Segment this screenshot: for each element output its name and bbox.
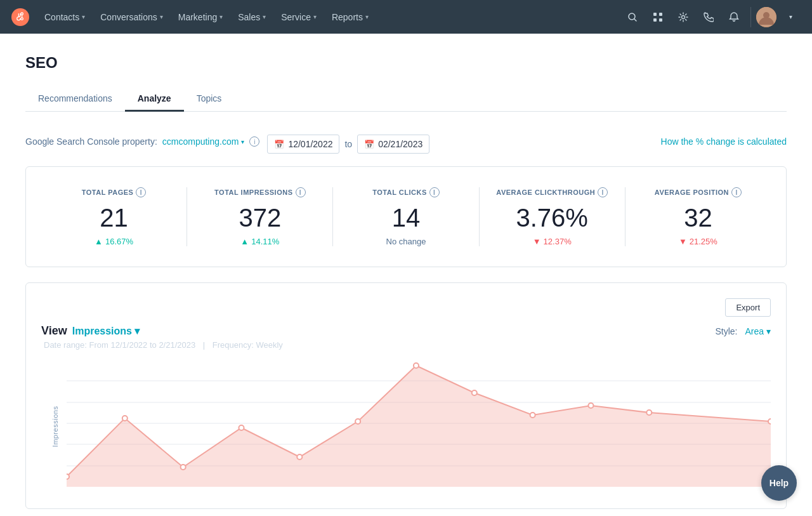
settings-button[interactable] <box>672 6 695 29</box>
nav-icons: ▾ <box>621 6 802 29</box>
style-caret-icon: ▾ <box>766 326 771 336</box>
tab-recommendations[interactable]: Recommendations <box>25 87 125 112</box>
tab-topics[interactable]: Topics <box>184 87 235 112</box>
chart-area: Impressions 60 50 40 30 <box>41 360 771 493</box>
to-label: to <box>344 139 352 149</box>
stat-change-avg-position: ▼ 21.25% <box>679 237 717 246</box>
chart-header: View Impressions ▾ Style: Area ▾ <box>41 324 771 338</box>
svg-point-19 <box>122 416 128 421</box>
date-from-input[interactable]: 📅 12/01/2022 <box>267 135 339 154</box>
nav-sales[interactable]: Sales ▾ <box>232 8 272 26</box>
stat-label-avg-clickthrough: AVERAGE CLICKTHROUGH i <box>496 187 608 197</box>
stat-change-total-impressions: ▲ 14.11% <box>240 237 279 246</box>
calendar-icon: 📅 <box>364 140 374 149</box>
nav-marketing[interactable]: Marketing ▾ <box>172 8 229 26</box>
chevron-down-icon: ▾ <box>263 13 266 20</box>
stat-total-pages: TOTAL PAGES i 21 ▲ 16.67% <box>41 187 187 246</box>
user-avatar[interactable] <box>756 7 776 27</box>
y-axis-label: Impressions <box>51 406 59 447</box>
tab-analyze[interactable]: Analyze <box>125 87 184 112</box>
pct-change-link[interactable]: How the % change is calculated <box>661 136 787 147</box>
hubspot-logo[interactable] <box>10 7 30 27</box>
stat-total-impressions: TOTAL IMPRESSIONS i 372 ▲ 14.11% <box>187 187 333 246</box>
svg-point-18 <box>67 474 69 479</box>
stat-value-total-impressions: 372 <box>239 205 281 230</box>
stat-value-avg-position: 32 <box>684 205 712 230</box>
nav-conversations[interactable]: Conversations ▾ <box>94 8 169 26</box>
tabs-container: Recommendations Analyze Topics <box>25 87 787 112</box>
avg-position-info-icon[interactable]: i <box>731 187 742 197</box>
style-label: Style: <box>715 326 737 336</box>
stat-change-total-clicks: No change <box>386 237 426 246</box>
svg-rect-4 <box>653 18 657 22</box>
svg-point-25 <box>472 390 477 395</box>
arrow-up-icon: ▲ <box>95 237 103 246</box>
style-dropdown[interactable]: Area ▾ <box>745 326 771 336</box>
stat-label-total-impressions: TOTAL IMPRESSIONS i <box>214 187 305 197</box>
notifications-button[interactable] <box>723 6 745 29</box>
svg-point-20 <box>181 465 186 470</box>
filter-left: Google Search Console property: ccmcompu… <box>25 129 429 154</box>
console-label: Google Search Console property: <box>25 136 157 147</box>
property-link[interactable]: ccmcomputing.com ▾ <box>162 136 245 147</box>
stat-change-avg-clickthrough: ▼ 12.37% <box>533 237 572 246</box>
svg-rect-5 <box>659 18 662 22</box>
svg-point-23 <box>355 419 360 424</box>
chevron-down-icon: ▾ <box>160 13 163 20</box>
stat-avg-position: AVERAGE POSITION i 32 ▼ 21.25% <box>625 187 771 246</box>
search-button[interactable] <box>621 6 644 29</box>
property-caret-icon: ▾ <box>241 138 244 145</box>
chevron-down-icon: ▾ <box>365 13 369 20</box>
svg-point-22 <box>297 454 302 460</box>
svg-point-0 <box>11 8 29 26</box>
stat-label-avg-position: AVERAGE POSITION i <box>655 187 742 197</box>
stats-card: TOTAL PAGES i 21 ▲ 16.67% TOTAL IMPRESSI… <box>25 166 787 267</box>
user-menu-chevron[interactable]: ▾ <box>779 6 802 29</box>
date-range-inputs: 📅 12/01/2022 to 📅 02/21/2023 <box>267 135 429 154</box>
metric-dropdown[interactable]: Impressions ▾ <box>72 325 140 337</box>
chevron-down-icon: ▾ <box>313 13 317 20</box>
export-button[interactable]: Export <box>725 298 771 317</box>
svg-rect-2 <box>653 13 657 16</box>
calendar-icon: 📅 <box>274 140 284 149</box>
date-to-input[interactable]: 📅 02/21/2023 <box>357 135 429 154</box>
stat-total-clicks: TOTAL CLICKS i 14 No change <box>333 187 479 246</box>
filter-row: Google Search Console property: ccmcompu… <box>25 129 787 154</box>
svg-point-21 <box>239 425 244 430</box>
area-chart: 60 50 40 30 <box>67 360 771 487</box>
svg-point-6 <box>682 15 685 18</box>
total-clicks-info-icon[interactable]: i <box>429 187 440 197</box>
metric-caret-icon: ▾ <box>134 325 140 337</box>
property-info-icon[interactable]: i <box>249 136 259 147</box>
apps-button[interactable] <box>646 6 669 29</box>
svg-point-26 <box>530 413 535 418</box>
chart-header-left: View Impressions ▾ <box>41 324 140 338</box>
nav-divider <box>750 7 751 27</box>
navbar: Contacts ▾ Conversations ▾ Marketing ▾ S… <box>0 0 812 34</box>
arrow-up-icon: ▲ <box>240 237 249 246</box>
total-impressions-info-icon[interactable]: i <box>296 187 306 197</box>
svg-rect-3 <box>659 13 662 16</box>
help-button[interactable]: Help <box>761 465 797 501</box>
chevron-down-icon: ▾ <box>219 13 223 20</box>
nav-reports[interactable]: Reports ▾ <box>325 8 375 26</box>
main-content: SEO Recommendations Analyze Topics Googl… <box>0 34 812 516</box>
svg-point-27 <box>588 403 593 408</box>
chart-card: Export View Impressions ▾ Style: Area ▾ … <box>25 282 787 509</box>
avg-clickthrough-info-icon[interactable]: i <box>598 187 608 197</box>
calls-button[interactable] <box>697 6 720 29</box>
nav-contacts[interactable]: Contacts ▾ <box>38 8 91 26</box>
arrow-down-icon: ▼ <box>679 237 687 246</box>
chart-subtext: Date range: From 12/1/2022 to 2/21/2023 … <box>41 340 771 350</box>
chart-header-right: Style: Area ▾ <box>715 326 771 336</box>
stat-value-avg-clickthrough: 3.76% <box>516 205 588 230</box>
total-pages-info-icon[interactable]: i <box>136 187 146 197</box>
stat-label-total-clicks: TOTAL CLICKS i <box>372 187 439 197</box>
svg-point-28 <box>646 410 652 415</box>
stat-value-total-clicks: 14 <box>392 205 421 230</box>
nav-service[interactable]: Service ▾ <box>275 8 323 26</box>
arrow-down-icon: ▼ <box>533 237 541 246</box>
svg-point-24 <box>414 363 419 368</box>
svg-point-29 <box>768 419 771 424</box>
stat-label-total-pages: TOTAL PAGES i <box>82 187 147 197</box>
